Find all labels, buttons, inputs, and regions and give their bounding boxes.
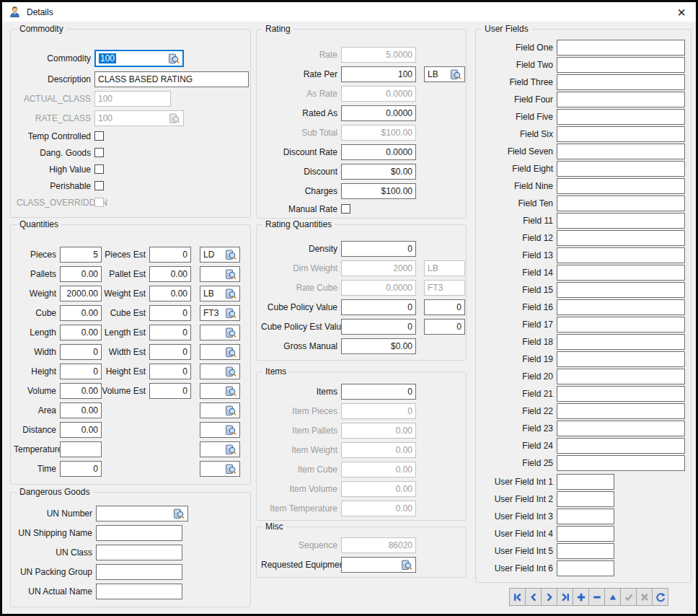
lookup-icon[interactable] <box>450 69 461 80</box>
nav-insert-button[interactable] <box>573 588 589 606</box>
manual-rate-checkbox[interactable] <box>341 204 350 214</box>
unit-lookup-button[interactable] <box>224 307 237 319</box>
quantity-input[interactable]: 0.00 <box>60 383 102 399</box>
user-field-input[interactable] <box>557 230 685 246</box>
user-field-input[interactable] <box>557 213 685 229</box>
lookup-icon[interactable] <box>225 386 237 397</box>
lookup-icon[interactable] <box>225 405 237 416</box>
commodity-input[interactable]: 100 <box>94 50 184 67</box>
lookup-icon[interactable] <box>401 560 412 571</box>
dg-input[interactable] <box>96 564 182 580</box>
items-input[interactable]: 0 <box>341 384 416 400</box>
quantity-input[interactable]: 5 <box>60 247 102 263</box>
rating-input[interactable]: 0.0000 <box>341 86 416 102</box>
quantity-unit-input[interactable] <box>200 461 240 477</box>
quantity-unit-input[interactable] <box>200 441 240 457</box>
quantity-unit-input[interactable] <box>200 422 240 438</box>
quantity-unit-input[interactable] <box>200 364 240 379</box>
nav-last-button[interactable] <box>557 588 573 606</box>
lookup-icon[interactable] <box>169 113 180 124</box>
nav-refresh-button[interactable] <box>652 588 668 606</box>
rq-input[interactable]: 0.0000 <box>341 280 416 296</box>
rating-input[interactable]: 0.0000 <box>341 105 416 121</box>
nav-next-button[interactable] <box>541 588 557 606</box>
quantity-unit-input[interactable] <box>200 344 240 360</box>
requested-equipment-input[interactable] <box>341 557 416 573</box>
rq-side-input[interactable]: FT3 <box>424 280 465 296</box>
user-field-input[interactable] <box>557 351 685 367</box>
rating-input[interactable]: 100 <box>341 66 416 82</box>
description-input[interactable]: CLASS BASED RATING <box>94 71 249 87</box>
unit-lookup-button[interactable] <box>224 405 237 416</box>
quantity-input[interactable]: 0 <box>60 461 102 477</box>
lookup-icon[interactable] <box>225 444 237 455</box>
user-field-input[interactable] <box>557 386 685 402</box>
quantity-input[interactable]: 0.00 <box>60 402 102 418</box>
rq-input[interactable]: 0 <box>341 299 416 315</box>
lookup-icon[interactable] <box>225 289 237 299</box>
rating-input[interactable]: $100.00 <box>341 183 416 199</box>
rq-side-input[interactable]: 0 <box>424 319 465 335</box>
user-field-input[interactable] <box>557 334 685 350</box>
lookup-icon[interactable] <box>225 327 237 338</box>
dg-input[interactable] <box>96 584 182 599</box>
user-field-input[interactable] <box>557 57 685 73</box>
user-field-input[interactable] <box>557 282 685 298</box>
unit-lookup-button[interactable] <box>224 268 237 280</box>
quantity-unit-input[interactable] <box>200 325 240 340</box>
checkbox[interactable] <box>94 131 104 141</box>
quantity-est-input[interactable]: 0 <box>149 344 191 360</box>
unit-lookup-button[interactable] <box>224 424 237 436</box>
unit-lookup-button[interactable] <box>224 346 237 358</box>
rq-input[interactable]: 0 <box>341 241 416 257</box>
user-field-input[interactable] <box>557 126 685 142</box>
close-button[interactable]: × <box>673 4 689 20</box>
rq-input[interactable]: $0.00 <box>341 338 416 354</box>
quantity-est-input[interactable]: 0.00 <box>149 286 191 302</box>
quantity-unit-input[interactable] <box>200 383 240 399</box>
quantity-input[interactable]: 2000.00 <box>60 286 102 302</box>
quantity-est-input[interactable]: 0 <box>149 247 191 263</box>
quantity-est-input[interactable]: 0 <box>149 364 191 379</box>
user-field-input[interactable] <box>557 421 685 436</box>
rating-input[interactable]: $0.00 <box>341 164 416 180</box>
quantity-unit-input[interactable] <box>200 402 240 418</box>
user-field-input[interactable] <box>557 161 685 177</box>
unit-lookup-button[interactable] <box>224 366 237 377</box>
quantity-input[interactable]: 0.00 <box>60 422 102 438</box>
lookup-icon[interactable] <box>225 366 237 377</box>
dg-input[interactable] <box>96 545 182 560</box>
user-field-input[interactable] <box>557 74 685 90</box>
quantity-est-input[interactable]: 0 <box>149 325 191 340</box>
unit-lookup-button[interactable] <box>224 249 237 260</box>
nav-delete-button[interactable] <box>588 588 605 606</box>
commodity-lookup-button[interactable] <box>167 53 180 64</box>
user-int-field-input[interactable] <box>557 509 614 524</box>
rating-input[interactable]: $100.00 <box>341 125 416 141</box>
nav-first-button[interactable] <box>509 588 526 606</box>
lookup-icon[interactable] <box>168 53 180 64</box>
user-field-input[interactable] <box>557 195 685 211</box>
lookup-icon[interactable] <box>225 347 237 358</box>
rating-unit-input[interactable]: LB <box>424 66 465 82</box>
user-field-input[interactable] <box>557 265 685 281</box>
rq-input[interactable]: 0 <box>341 319 416 335</box>
lookup-icon[interactable] <box>225 269 237 280</box>
user-field-input[interactable] <box>557 299 685 315</box>
lookup-icon[interactable] <box>173 509 185 519</box>
unit-lookup-button[interactable] <box>224 288 237 299</box>
user-field-input[interactable] <box>557 109 685 125</box>
unit-lookup-button[interactable] <box>449 69 461 80</box>
lookup-icon[interactable] <box>225 250 237 260</box>
rq-side-input[interactable]: 0 <box>424 299 465 315</box>
dg-input[interactable] <box>96 525 182 541</box>
rq-input[interactable]: 2000 <box>341 260 416 276</box>
requested-equipment-lookup-button[interactable] <box>400 559 412 571</box>
user-field-input[interactable] <box>557 178 685 194</box>
user-field-input[interactable] <box>557 455 685 471</box>
quantity-unit-input[interactable]: LD <box>200 247 240 263</box>
unit-lookup-button[interactable] <box>224 463 237 475</box>
unit-lookup-button[interactable] <box>224 444 237 455</box>
dg-input[interactable] <box>96 506 188 522</box>
quantity-unit-input[interactable]: FT3 <box>200 305 240 321</box>
